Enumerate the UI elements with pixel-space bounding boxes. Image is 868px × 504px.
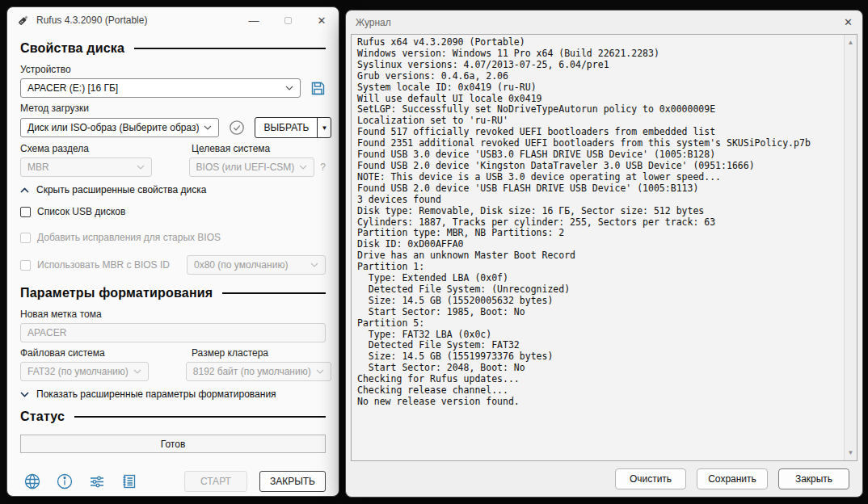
show-advanced-format-toggle[interactable]: Показать расширенные параметры форматиро… [20,388,326,400]
log-area: Rufus x64 v4.3.2090 (Portable)Windows ve… [351,34,857,461]
boot-method-label: Метод загрузки [20,103,326,114]
old-bios-fix-checkbox [20,233,31,243]
progress-bar: Готов [20,435,326,453]
target-system-label: Целевая система [192,143,326,154]
hide-advanced-drive-toggle[interactable]: Скрыть расширенные свойства диска [20,184,326,195]
mbr-bios-id-checkbox-row: Использовать MBR с BIOS ID 0x80 (по умол… [20,255,326,275]
log-text[interactable]: Rufus x64 v4.3.2090 (Portable)Windows ve… [352,35,844,460]
section-drive-properties: Свойства диска [20,41,326,56]
rufus-window: Rufus 4.3.2090 (Portable) — ✕ Свойства д… [6,6,339,497]
window-controls: — ✕ [237,7,339,33]
scroll-down-icon[interactable]: ▼ [848,445,854,460]
window-title: Rufus 4.3.2090 (Portable) [36,15,147,26]
volume-label-input: APACER [20,323,326,342]
check-status-icon [229,120,245,136]
log-window: Журнал ✕ Rufus x64 v4.3.2090 (Portable)W… [345,10,863,498]
log-titlebar: Журнал ✕ [346,10,862,34]
boot-method-select[interactable]: Диск или ISO-образ (Выберите образ) [20,118,219,137]
titlebar: Rufus 4.3.2090 (Portable) — ✕ [7,7,339,33]
usb-drive-icon [17,14,30,27]
scroll-up-icon[interactable]: ▲ [848,35,854,50]
file-system-select: FAT32 (по умолчанию) [20,362,149,381]
section-title-format: Параметры форматирования [20,286,213,300]
log-close-button[interactable]: Закрыть [778,468,849,489]
device-label: Устройство [20,64,326,75]
volume-label-label: Новая метка тома [20,309,326,320]
target-system-select: BIOS (или UEFI-CSM) [189,158,315,177]
close-app-button[interactable]: ЗАКРЫТЬ [259,471,326,492]
boot-method-row: Диск или ISO-образ (Выберите образ) ВЫБР… [20,117,326,138]
log-save-button[interactable]: Сохранить [697,468,768,489]
usb-list-checkbox[interactable] [20,207,31,217]
fs-selects-row: FAT32 (по умолчанию) 8192 байт (по умолч… [20,362,326,381]
section-title-status: Статус [20,410,65,424]
section-status: Статус [20,410,326,424]
device-select[interactable]: APACER (E:) [16 ГБ] [20,78,301,98]
settings-sliders-icon[interactable] [85,471,109,492]
log-clear-button[interactable]: Очистить [615,468,686,489]
cluster-size-label: Размер кластера [192,347,326,359]
close-button[interactable]: ✕ [305,7,339,33]
info-icon[interactable] [53,471,77,492]
mbr-bios-id-label: Использовать MBR с BIOS ID [37,259,170,271]
progress-text: Готов [161,439,186,450]
log-buttons-row: Очистить Сохранить Закрыть [346,461,862,497]
save-icon[interactable] [310,81,326,96]
action-row: СТАРТ ЗАКРЫТЬ [20,471,326,492]
select-image-dropdown-arrow[interactable]: ▼ [317,118,331,137]
desktop: Rufus 4.3.2090 (Portable) — ✕ Свойства д… [0,0,868,504]
scheme-labels-row: Схема раздела Целевая система [20,138,326,158]
chevron-down-icon [20,392,29,397]
fs-labels-row: Файловая система Размер кластера [20,342,326,362]
scheme-selects-row: MBR BIOS (или UEFI-CSM) ? [20,158,326,177]
chevron-up-icon [20,187,29,193]
log-scrollbar[interactable]: ▲ ▼ [844,35,857,460]
old-bios-fix-label: Добавить исправления для старых BIOS [37,232,221,243]
log-close-icon[interactable]: ✕ [844,16,853,28]
cluster-size-select: 8192 байт (по умолчанию) [186,362,331,381]
help-icon[interactable]: ? [320,162,326,173]
section-title-drive: Свойства диска [20,41,124,56]
partition-scheme-label: Схема раздела [20,143,154,154]
minimize-button[interactable]: — [237,7,271,33]
usb-list-label: Список USB дисков [37,206,125,217]
start-button: СТАРТ [184,471,247,492]
log-notebook-icon[interactable] [117,471,141,492]
partition-scheme-select: MBR [20,158,152,177]
language-globe-icon[interactable] [20,471,44,492]
main-content: Свойства диска Устройство APACER (E:) [1… [7,33,339,497]
file-system-label: Файловая система [20,347,154,359]
old-bios-fix-checkbox-row: Добавить исправления для старых BIOS [20,229,326,246]
bios-id-select: 0x80 (по умолчанию) [187,255,326,275]
device-row: APACER (E:) [16 ГБ] [20,78,326,98]
mbr-bios-id-checkbox [20,260,31,271]
section-format-options: Параметры форматирования [20,286,326,300]
usb-list-checkbox-row: Список USB дисков [20,204,326,220]
maximize-button [271,7,305,33]
select-image-button[interactable]: ВЫБРАТЬ ▼ [255,117,331,138]
log-window-title: Журнал [356,17,391,28]
